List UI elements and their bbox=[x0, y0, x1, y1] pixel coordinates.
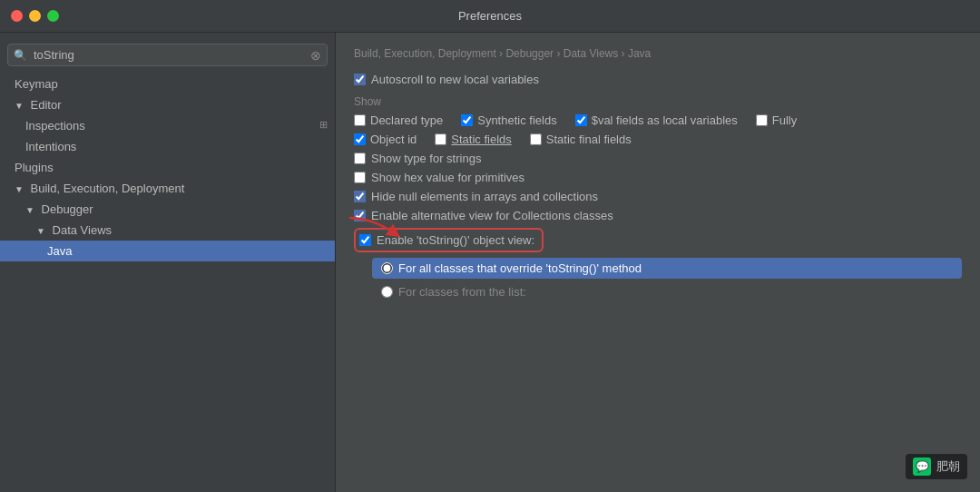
synthetic-fields-label: Synthetic fields bbox=[477, 113, 556, 127]
breadcrumb: Build, Execution, Deployment › Debugger … bbox=[354, 47, 962, 60]
declared-type-cell: Declared type bbox=[354, 113, 443, 127]
show-type-strings-row: Show type for strings bbox=[354, 152, 962, 165]
hide-null-checkbox[interactable] bbox=[354, 191, 366, 202]
for-all-classes-radio[interactable] bbox=[381, 262, 393, 274]
search-box: 🔍 ⊗ bbox=[7, 44, 328, 66]
sidebar-item-java[interactable]: Java bbox=[0, 241, 335, 261]
arrow-icon bbox=[25, 205, 34, 215]
fully-checkbox[interactable] bbox=[756, 114, 768, 126]
static-final-fields-cell: Static final fields bbox=[530, 133, 632, 146]
sidebar-item-label: Inspections bbox=[25, 119, 85, 133]
sidebar-item-label: Plugins bbox=[15, 161, 54, 174]
val-fields-label: $val fields as local variables bbox=[592, 113, 738, 127]
static-final-fields-label: Static final fields bbox=[546, 133, 632, 146]
for-classes-list-radio[interactable] bbox=[381, 286, 393, 298]
search-clear-icon[interactable]: ⊗ bbox=[310, 48, 321, 63]
object-id-label: Object id bbox=[370, 133, 416, 146]
fully-cell: Fully bbox=[756, 113, 797, 127]
sidebar-item-editor[interactable]: Editor bbox=[0, 94, 335, 115]
show-type-strings-checkbox[interactable] bbox=[354, 153, 366, 164]
sidebar: 🔍 ⊗ Keymap Editor Inspections ⊞ Intentio… bbox=[0, 33, 336, 492]
title-bar: Preferences bbox=[0, 0, 980, 33]
sidebar-item-label: Intentions bbox=[25, 140, 76, 153]
arrow-icon bbox=[36, 226, 45, 236]
declared-type-label: Declared type bbox=[370, 113, 443, 127]
object-id-checkbox[interactable] bbox=[354, 133, 366, 145]
sidebar-item-intentions[interactable]: Intentions bbox=[0, 136, 335, 157]
red-arrow-annotation bbox=[345, 213, 417, 243]
sidebar-item-label: Debugger bbox=[42, 202, 93, 216]
minimize-button[interactable] bbox=[29, 10, 41, 22]
sidebar-item-debugger[interactable]: Debugger bbox=[0, 199, 335, 220]
hide-null-label: Hide null elements in arrays and collect… bbox=[371, 190, 598, 203]
sidebar-item-data-views[interactable]: Data Views bbox=[0, 220, 335, 241]
search-icon: 🔍 bbox=[14, 49, 27, 62]
sidebar-item-label: Build, Execution, Deployment bbox=[31, 182, 185, 195]
sidebar-item-build-exec-deploy[interactable]: Build, Execution, Deployment bbox=[0, 178, 335, 199]
search-input[interactable] bbox=[7, 44, 328, 66]
window-controls[interactable] bbox=[11, 10, 59, 22]
hide-null-row: Hide null elements in arrays and collect… bbox=[354, 190, 962, 203]
sidebar-item-label: Java bbox=[47, 244, 72, 258]
arrow-icon bbox=[15, 101, 24, 111]
close-button[interactable] bbox=[11, 10, 23, 22]
window-title: Preferences bbox=[458, 9, 522, 23]
sidebar-item-label: Editor bbox=[31, 98, 62, 112]
show-type-strings-label: Show type for strings bbox=[371, 152, 481, 165]
synthetic-fields-checkbox[interactable] bbox=[461, 114, 473, 126]
sidebar-item-label: Data Views bbox=[53, 223, 113, 237]
static-fields-cell: Static fields bbox=[435, 133, 511, 146]
show-hex-checkbox[interactable] bbox=[354, 172, 366, 183]
for-all-classes-label: For all classes that override 'toString(… bbox=[398, 261, 642, 275]
object-id-cell: Object id bbox=[354, 133, 416, 146]
autoscroll-checkbox[interactable] bbox=[354, 74, 366, 85]
wechat-watermark: 💬 肥朝 bbox=[906, 454, 967, 479]
autoscroll-row: Autoscroll to new local variables bbox=[354, 73, 962, 86]
wechat-name: 肥朝 bbox=[936, 458, 960, 475]
fully-label: Fully bbox=[772, 113, 797, 127]
enable-tostring-section: Enable 'toString()' object view: bbox=[354, 228, 962, 254]
val-fields-checkbox[interactable] bbox=[575, 114, 587, 126]
red-arrow-svg bbox=[345, 213, 417, 241]
sidebar-item-inspections[interactable]: Inspections ⊞ bbox=[0, 115, 335, 136]
main-layout: 🔍 ⊗ Keymap Editor Inspections ⊞ Intentio… bbox=[0, 33, 980, 492]
declared-type-checkbox[interactable] bbox=[354, 114, 366, 126]
arrow-icon bbox=[15, 184, 24, 194]
enable-alt-row: Enable alternative view for Collections … bbox=[354, 209, 962, 222]
show-hex-label: Show hex value for primitives bbox=[371, 171, 524, 184]
show-row-2: Object id Static fields Static final fie… bbox=[354, 133, 962, 146]
content-area: Build, Execution, Deployment › Debugger … bbox=[336, 33, 980, 492]
wechat-icon: 💬 bbox=[913, 458, 931, 476]
sidebar-item-keymap[interactable]: Keymap bbox=[0, 74, 335, 94]
inspections-icon: ⊞ bbox=[319, 119, 328, 133]
static-final-fields-checkbox[interactable] bbox=[530, 133, 542, 145]
maximize-button[interactable] bbox=[47, 10, 59, 22]
show-hex-row: Show hex value for primitives bbox=[354, 171, 962, 184]
show-label: Show bbox=[354, 95, 962, 108]
show-row-1: Declared type Synthetic fields $val fiel… bbox=[354, 113, 962, 127]
static-fields-checkbox[interactable] bbox=[435, 133, 446, 145]
for-classes-list-label: For classes from the list: bbox=[398, 285, 526, 299]
sidebar-item-plugins[interactable]: Plugins bbox=[0, 157, 335, 178]
val-fields-cell: $val fields as local variables bbox=[575, 113, 738, 127]
sidebar-item-label: Keymap bbox=[15, 77, 58, 91]
synthetic-fields-cell: Synthetic fields bbox=[461, 113, 556, 127]
autoscroll-label: Autoscroll to new local variables bbox=[371, 73, 539, 86]
for-classes-list-row[interactable]: For classes from the list: bbox=[372, 282, 962, 301]
for-all-classes-row[interactable]: For all classes that override 'toString(… bbox=[372, 258, 962, 279]
static-fields-label: Static fields bbox=[451, 133, 511, 146]
